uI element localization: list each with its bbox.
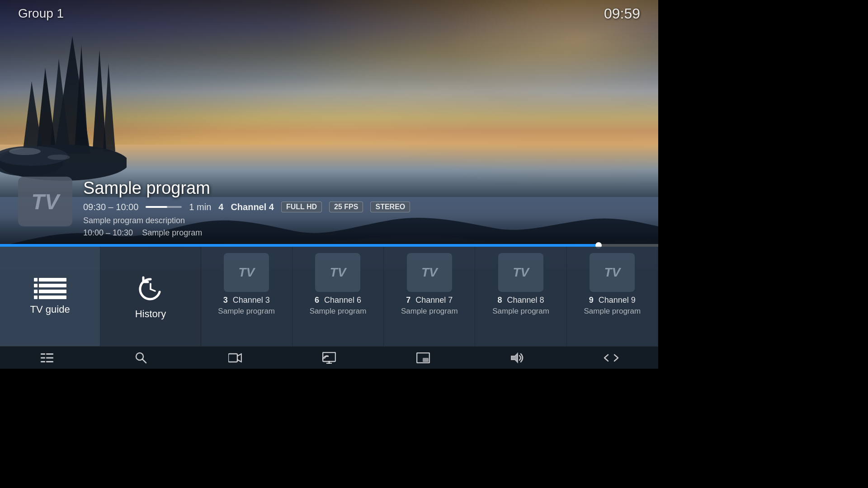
tv-logo-icon: TV: [31, 189, 59, 214]
channel-3-logo: TV: [224, 253, 269, 292]
next-time: 10:00 – 10:30: [83, 228, 133, 237]
channel-card-9[interactable]: TV 9 Channel 9 Sample program: [567, 247, 658, 346]
tv-guide-item[interactable]: TV guide: [0, 247, 100, 346]
cast-button[interactable]: [316, 348, 343, 368]
channel-3-number: 3: [223, 296, 228, 305]
svg-line-14: [151, 289, 155, 291]
channel-7-program: Sample program: [401, 307, 458, 316]
pip-button[interactable]: [410, 348, 437, 368]
navigate-icon: [604, 353, 619, 363]
channel-number: 4: [218, 202, 223, 212]
channel-details: Sample program 09:30 – 10:00 1 min 4 Cha…: [83, 177, 640, 238]
tv-guide-row-3: [34, 290, 66, 293]
program-description: Sample program description: [83, 216, 640, 225]
channel-card-3[interactable]: TV 3 Channel 3 Sample program: [201, 247, 292, 346]
channel-6-tv-icon: TV: [330, 265, 346, 280]
channel-9-tv-icon: TV: [604, 265, 620, 280]
channel-3-tv-icon: TV: [238, 265, 255, 280]
tv-guide-row-4: [34, 296, 66, 299]
svg-rect-23: [228, 354, 237, 362]
history-item[interactable]: History: [100, 247, 201, 346]
channel-6-program: Sample program: [310, 307, 367, 316]
channel-8-info: 8 Channel 8: [497, 296, 544, 305]
volume-icon: [510, 352, 524, 364]
tv-guide-row-1: [34, 278, 66, 282]
monitor-icon: [322, 352, 336, 364]
tv-guide-label: TV guide: [30, 304, 70, 315]
svg-rect-17: [41, 357, 45, 358]
channel-8-tv-icon: TV: [513, 265, 529, 280]
channel-grid: TV guide History TV 3 Channel 3 Sample p…: [0, 247, 658, 346]
svg-rect-19: [41, 361, 45, 362]
svg-marker-6: [23, 81, 43, 154]
svg-rect-20: [46, 361, 53, 362]
channel-7-logo: TV: [407, 253, 452, 292]
video-icon: [228, 353, 242, 363]
sky-glow: [263, 0, 658, 203]
svg-rect-18: [46, 357, 53, 358]
next-title: Sample program: [142, 228, 202, 237]
channel-3-name: Channel 3: [233, 296, 270, 305]
svg-rect-28: [423, 358, 429, 362]
menu-icon: [41, 352, 53, 363]
group-title: Group 1: [18, 6, 64, 21]
navigate-button[interactable]: [598, 348, 625, 368]
badge-fullhd: FULL HD: [281, 202, 322, 212]
channel-9-number: 9: [589, 296, 594, 305]
svg-point-12: [47, 155, 70, 160]
history-icon-svg: [134, 273, 167, 305]
channel-9-info: 9 Channel 9: [589, 296, 636, 305]
badge-stereo: STEREO: [370, 202, 410, 212]
svg-point-11: [9, 148, 41, 155]
svg-rect-16: [46, 353, 53, 355]
clock-display: 09:59: [604, 5, 640, 22]
channel-7-number: 7: [406, 296, 410, 305]
search-button[interactable]: [127, 348, 155, 368]
channel-card-7[interactable]: TV 7 Channel 7 Sample program: [384, 247, 475, 346]
channel-name: Channel 4: [231, 202, 274, 212]
channel-card-6[interactable]: TV 6 Channel 6 Sample program: [292, 247, 384, 346]
program-title: Sample program: [83, 178, 640, 198]
program-meta: 09:30 – 10:00 1 min 4 Channel 4 FULL HD …: [83, 202, 640, 212]
channel-card-8[interactable]: TV 8 Channel 8 Sample program: [475, 247, 566, 346]
channel-9-name: Channel 9: [599, 296, 636, 305]
history-label: History: [135, 308, 166, 320]
progress-mini: [146, 206, 182, 208]
tv-guide-row-2: [34, 284, 66, 287]
channel-8-name: Channel 8: [507, 296, 544, 305]
channel-7-tv-icon: TV: [421, 265, 438, 280]
channel-logo: TV: [18, 177, 72, 226]
channel-8-logo: TV: [498, 253, 543, 292]
trees-decoration: [0, 23, 127, 185]
channel-6-name: Channel 6: [324, 296, 361, 305]
header: Group 1 09:59: [0, 0, 658, 27]
channel-7-info: 7 Channel 7: [406, 296, 453, 305]
next-program: 10:00 – 10:30 Sample program: [83, 228, 640, 238]
channel-8-program: Sample program: [492, 307, 549, 316]
menu-button[interactable]: [33, 348, 61, 368]
time-range: 09:30 – 10:00: [83, 202, 138, 212]
channel-6-logo: TV: [315, 253, 360, 292]
channel-9-program: Sample program: [584, 307, 641, 316]
duration: 1 min: [189, 202, 211, 212]
progress-mini-fill: [146, 206, 167, 208]
channel-7-name: Channel 7: [415, 296, 453, 305]
channel-info-panel: TV Sample program 09:30 – 10:00 1 min 4 …: [18, 177, 640, 238]
video-button[interactable]: [222, 348, 249, 368]
svg-rect-15: [41, 353, 45, 355]
channel-6-number: 6: [315, 296, 319, 305]
channel-8-number: 8: [497, 296, 502, 305]
channel-3-info: 3 Channel 3: [223, 296, 270, 305]
pip-icon: [416, 352, 430, 363]
volume-button[interactable]: [504, 348, 531, 368]
channel-3-program: Sample program: [218, 307, 275, 316]
svg-line-22: [142, 359, 146, 363]
svg-marker-8: [103, 63, 115, 151]
history-icon: [134, 273, 167, 305]
search-icon: [135, 352, 147, 364]
svg-marker-29: [511, 353, 518, 362]
channel-9-logo: TV: [590, 253, 635, 292]
badge-fps: 25 FPS: [329, 202, 363, 212]
bottom-toolbar: [0, 346, 658, 369]
channel-6-info: 6 Channel 6: [315, 296, 361, 305]
